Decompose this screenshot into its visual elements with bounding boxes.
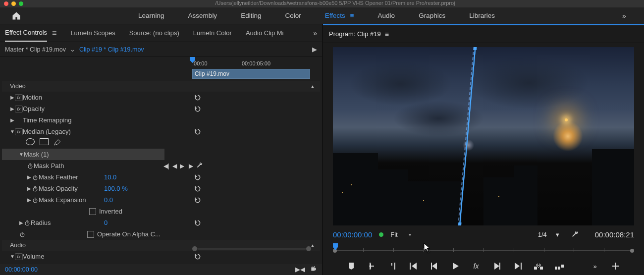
workspace-editing[interactable]: Editing [241, 7, 261, 24]
zoom-select[interactable]: Fit▾ [390, 231, 411, 238]
effect-row-volume[interactable]: Volume [2, 251, 320, 262]
collapse-icon[interactable]: ▲ [310, 84, 315, 89]
mask-prev-vertex-icon[interactable]: ◀| [163, 163, 169, 169]
effect-timeline-zoom[interactable] [192, 246, 311, 251]
effect-timeline-clipbar[interactable]: Clip #19.mov [192, 69, 310, 79]
workspace-menu-icon[interactable]: ≡ [350, 12, 354, 19]
program-duration-timecode[interactable]: 00:00:08:21 [595, 230, 634, 239]
settings-wrench-icon[interactable] [571, 230, 579, 239]
resolution-select[interactable]: 1/4▾ [538, 231, 559, 238]
stopwatch-icon[interactable] [32, 185, 39, 192]
twist-icon[interactable] [19, 220, 24, 225]
stopwatch-icon[interactable] [27, 163, 34, 169]
workspace-assembly[interactable]: Assembly [188, 7, 217, 24]
twist-icon[interactable] [27, 174, 32, 180]
play-icon[interactable]: ▶ [312, 46, 317, 53]
prop-alpha[interactable]: Operate On Alpha C... [2, 228, 320, 240]
effect-row-median[interactable]: Median (Legacy) [2, 126, 320, 137]
tab-effect-controls[interactable]: Effect Controls [5, 24, 47, 42]
effect-row-opacity[interactable]: Opacity [2, 103, 320, 114]
breadcrumb-master[interactable]: Master * Clip #19.mov [5, 46, 66, 53]
prop-mask-feather[interactable]: Mask Feather 10.0 [2, 171, 320, 183]
play-icon[interactable] [450, 261, 460, 271]
tab-lumetri-color[interactable]: Lumetri Color [193, 24, 232, 42]
stopwatch-icon[interactable] [24, 220, 31, 226]
footer-timecode[interactable]: 00:00:00:00 [5, 266, 38, 273]
window-close-icon[interactable] [4, 1, 8, 6]
mask-step-back-icon[interactable]: ◀ [172, 163, 177, 169]
fx-badge-icon[interactable] [15, 128, 23, 135]
mask-pen-icon[interactable] [54, 138, 61, 148]
twist-icon[interactable] [10, 117, 15, 123]
step-back-icon[interactable] [429, 261, 439, 271]
workspace-effects[interactable]: Effects≡ [325, 7, 354, 24]
tab-audio-clip-mixer[interactable]: Audio Clip Mi [246, 24, 284, 42]
window-minimize-icon[interactable] [11, 1, 16, 6]
fx-toggle-icon[interactable]: fx [471, 261, 481, 271]
tab-source[interactable]: Source: (no clips) [129, 24, 179, 42]
twist-icon[interactable] [10, 106, 15, 111]
reset-icon[interactable] [192, 94, 203, 101]
mask-step-fwd-icon[interactable]: |▶ [187, 163, 193, 169]
play-around-icon[interactable]: ▶◀ [295, 266, 305, 274]
transport-overflow-icon[interactable]: » [590, 261, 600, 271]
home-icon[interactable] [4, 11, 29, 21]
tab-program[interactable]: Program: Clip #19 [329, 30, 381, 38]
lift-icon[interactable] [534, 261, 543, 271]
reset-icon[interactable] [192, 185, 203, 192]
program-monitor-viewport[interactable] [333, 47, 634, 225]
reset-icon[interactable] [192, 197, 203, 204]
panel-menu-icon[interactable]: ≡ [52, 29, 56, 38]
tl-handle-right[interactable] [630, 249, 634, 253]
step-forward-icon[interactable] [492, 261, 502, 271]
button-editor-icon[interactable] [611, 261, 621, 271]
tab-lumetri-scopes[interactable]: Lumetri Scopes [70, 24, 115, 42]
prop-mask-expansion[interactable]: Mask Expansion 0.0 [2, 194, 320, 206]
go-to-in-icon[interactable] [409, 261, 419, 271]
effect-timeline-ruler[interactable]: :00:00 00:00:05:00 [192, 57, 310, 70]
effect-row-time-remapping[interactable]: Time Remapping [2, 114, 320, 126]
stopwatch-icon[interactable] [32, 174, 39, 181]
panel-menu-icon[interactable]: ≡ [385, 30, 389, 38]
prop-value[interactable]: 0 [103, 219, 192, 226]
workspace-graphics[interactable]: Graphics [419, 7, 445, 24]
effect-row-motion[interactable]: Motion [2, 92, 320, 103]
workspace-color[interactable]: Color [285, 7, 301, 24]
twist-icon[interactable] [10, 129, 15, 134]
prop-mask-path[interactable]: Mask Path ◀| ◀ ▶ |▶ [2, 160, 320, 171]
prop-radius[interactable]: Radius 0 [2, 217, 320, 228]
chevron-down-icon[interactable]: ⌄ [70, 46, 75, 53]
prop-inverted[interactable]: Inverted [2, 206, 320, 217]
checkbox[interactable] [87, 231, 94, 238]
reset-icon[interactable] [192, 106, 203, 112]
prop-value[interactable]: 0.0 [103, 196, 192, 204]
twist-icon[interactable] [10, 254, 15, 259]
zoom-handle-left[interactable] [192, 246, 197, 251]
add-marker-icon[interactable] [346, 261, 356, 271]
checkbox[interactable] [89, 208, 96, 215]
prop-mask-opacity[interactable]: Mask Opacity 100.0 % [2, 183, 320, 194]
workspace-libraries[interactable]: Libraries [469, 7, 495, 24]
reset-icon[interactable] [192, 174, 203, 181]
stopwatch-icon[interactable] [32, 197, 39, 204]
mask-rect-icon[interactable] [40, 138, 49, 145]
mark-in-icon[interactable] [367, 261, 377, 271]
go-to-out-icon[interactable] [513, 261, 523, 271]
breadcrumb-clip[interactable]: Clip #19 * Clip #19.mov [79, 46, 144, 53]
program-current-timecode[interactable]: 00:00:00:00 [333, 230, 372, 239]
prop-value[interactable]: 10.0 [103, 173, 192, 181]
export-frame-icon[interactable] [310, 266, 317, 274]
reset-icon[interactable] [192, 253, 203, 260]
mask-ellipse-icon[interactable] [26, 138, 35, 145]
fx-badge-icon[interactable] [15, 253, 23, 260]
extract-icon[interactable] [554, 261, 564, 271]
twist-icon[interactable] [10, 95, 15, 100]
twist-icon[interactable] [27, 197, 32, 203]
fx-badge-icon[interactable] [15, 106, 23, 112]
mask-play-icon[interactable]: ▶ [180, 163, 184, 169]
mark-out-icon[interactable] [388, 261, 398, 271]
twist-icon[interactable] [27, 186, 32, 191]
workspace-learning[interactable]: Learning [138, 7, 164, 24]
program-timeline[interactable] [333, 243, 634, 255]
fx-badge-icon[interactable] [15, 94, 23, 101]
